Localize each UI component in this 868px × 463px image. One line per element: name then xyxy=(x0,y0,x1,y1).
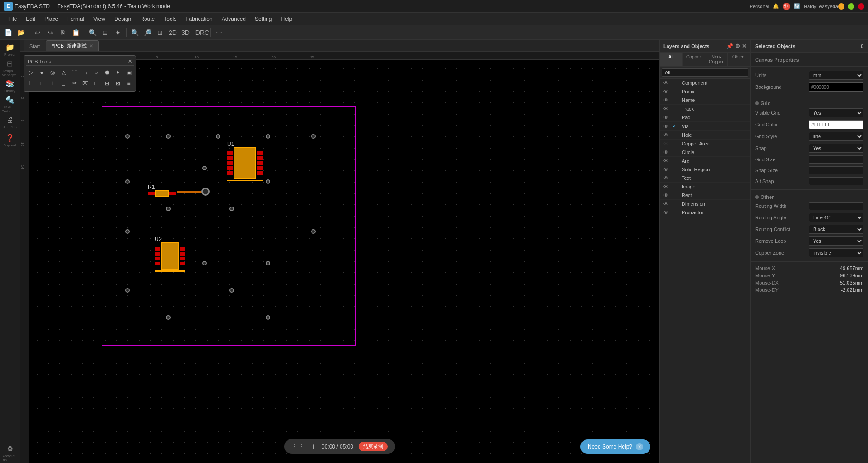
menu-advanced[interactable]: Advanced xyxy=(217,14,250,24)
pcbt-angle[interactable]: ∟ xyxy=(37,78,47,88)
sidebar-lcsc[interactable]: 🔩 LCSC Parts xyxy=(2,96,18,112)
pcbt-perp[interactable]: ⊥ xyxy=(48,78,58,88)
layer-hole[interactable]: 👁 Hole xyxy=(660,131,750,140)
layer-image[interactable]: 👁 Image xyxy=(660,183,750,191)
snap-size-input[interactable]: 0.127mm xyxy=(809,166,863,174)
menu-design[interactable]: Design xyxy=(110,14,136,24)
layer-eye-track[interactable]: 👁 xyxy=(663,106,670,111)
close-button[interactable] xyxy=(858,3,864,10)
layer-text[interactable]: 👁 Text xyxy=(660,174,750,183)
layers-close-icon[interactable]: ✕ xyxy=(742,43,746,49)
view-2d-button[interactable]: 2D xyxy=(167,27,178,38)
pcbt-square[interactable]: □ xyxy=(91,78,101,88)
menu-tools[interactable]: Tools xyxy=(159,14,181,24)
layer-component[interactable]: 👁 Component xyxy=(660,79,750,87)
timer-end-button[interactable]: 结束录制 xyxy=(359,442,388,451)
layer-via[interactable]: 👁 ✓ Via xyxy=(660,122,750,131)
help-close-button[interactable]: ✕ xyxy=(636,443,643,450)
layer-tab-noncopper[interactable]: Non-Copper xyxy=(705,53,728,66)
menu-fabrication[interactable]: Fabrication xyxy=(181,14,217,24)
redo-button[interactable]: ↪ xyxy=(45,27,56,38)
layer-name[interactable]: 👁 Name xyxy=(660,96,750,105)
routing-angle-select[interactable]: Line 45° Line 90° Free xyxy=(809,213,863,222)
layer-eye-pad[interactable]: 👁 xyxy=(663,115,670,120)
minimize-button[interactable] xyxy=(838,3,844,10)
pcbt-lines[interactable]: ≡ xyxy=(124,78,134,88)
grid-color-swatch[interactable]: #FFFFFF xyxy=(809,120,863,129)
timer-pause-btn[interactable]: ⏸ xyxy=(310,443,316,450)
pcb-tools-close[interactable]: ✕ xyxy=(128,58,132,64)
visible-grid-select[interactable]: Yes No xyxy=(809,108,863,117)
menu-view[interactable]: View xyxy=(89,14,110,24)
pcbt-triangle[interactable]: △ xyxy=(59,68,68,77)
layer-circle[interactable]: 👁 Circle xyxy=(660,148,750,157)
layers-settings-icon[interactable]: ⚙ xyxy=(735,43,740,49)
layer-eye-rect[interactable]: 👁 xyxy=(663,193,670,198)
filter-button[interactable]: ⊟ xyxy=(100,27,111,38)
routing-conflict-select[interactable]: Block Highlight None xyxy=(809,225,863,234)
search-button[interactable]: 🔍 xyxy=(87,27,98,38)
layer-prefix[interactable]: 👁 Prefix xyxy=(660,87,750,96)
copy-button[interactable]: ⎘ xyxy=(58,27,68,38)
layer-tab-all[interactable]: All xyxy=(660,53,683,66)
layer-eye-circle[interactable]: 👁 xyxy=(663,150,670,155)
pcbt-cut[interactable]: ✂ xyxy=(69,78,79,88)
maximize-button[interactable] xyxy=(848,3,854,10)
grid-style-select[interactable]: line dot xyxy=(809,132,863,141)
tab-start[interactable]: Start xyxy=(24,40,46,51)
help-widget[interactable]: Need Some Help? ✕ xyxy=(580,439,650,454)
menu-edit[interactable]: Edit xyxy=(21,14,40,24)
layer-eye-hole[interactable]: 👁 xyxy=(663,132,670,138)
menu-help[interactable]: Help xyxy=(276,14,297,24)
layer-protractor[interactable]: 👁 Protractor xyxy=(660,208,750,217)
pcbt-grid[interactable]: ▣ xyxy=(124,68,134,77)
pcbt-poly[interactable]: ⬟ xyxy=(102,68,112,77)
layer-tab-object[interactable]: Object xyxy=(728,53,750,66)
layers-pin-icon[interactable]: 📌 xyxy=(727,43,733,49)
layer-eye-protractor[interactable]: 👁 xyxy=(663,210,670,215)
sidebar-jlcpcb[interactable]: 🖨 JLCPCB xyxy=(2,114,18,130)
layer-eye-name[interactable]: 👁 xyxy=(663,97,670,103)
sidebar-library[interactable]: 📚 Library xyxy=(2,78,18,94)
layer-eye-prefix[interactable]: 👁 xyxy=(663,89,670,94)
pcbt-x-sq[interactable]: ⊠ xyxy=(113,78,123,88)
layer-eye-dimension[interactable]: 👁 xyxy=(663,201,670,207)
layer-eye-via[interactable]: 👁 xyxy=(663,124,670,129)
pcbt-star[interactable]: ✦ xyxy=(113,68,123,77)
tab-close-icon[interactable]: ✕ xyxy=(89,43,93,48)
pcbt-arc[interactable]: ◎ xyxy=(48,68,58,77)
background-color[interactable]: #000000 xyxy=(809,82,863,92)
paste-button[interactable]: 📋 xyxy=(70,27,81,38)
pcbt-rect[interactable]: ◻ xyxy=(59,78,68,88)
grid-size-input[interactable]: 2.540mm xyxy=(809,155,863,164)
layer-rect[interactable]: 👁 Rect xyxy=(660,191,750,200)
zoom-in-button[interactable]: 🔍 xyxy=(129,27,140,38)
layer-eye-copper-area[interactable]: 👁 xyxy=(663,141,670,146)
sidebar-support[interactable]: ❓ Support xyxy=(2,132,18,149)
layer-eye-arc[interactable]: 👁 xyxy=(663,158,670,164)
menu-route[interactable]: Route xyxy=(136,14,159,24)
pcbt-curve[interactable]: ⌒ xyxy=(69,68,79,77)
pcbt-circle[interactable]: ● xyxy=(37,68,47,77)
component-u1[interactable]: U1 xyxy=(227,141,263,181)
layer-solid-region[interactable]: 👁 Solid Region xyxy=(660,165,750,174)
copper-zone-select[interactable]: Invisible Outline Fill xyxy=(809,248,863,257)
share-button[interactable]: ⋯ xyxy=(214,27,224,38)
sidebar-project[interactable]: 📁 Project xyxy=(2,42,18,58)
component-u2[interactable]: U2 xyxy=(155,236,185,272)
routing-width-input[interactable]: 0.254mm xyxy=(809,202,863,210)
new-button[interactable]: 📄 xyxy=(3,27,14,38)
layer-pad[interactable]: 👁 Pad xyxy=(660,113,750,122)
open-button[interactable]: 📂 xyxy=(15,27,26,38)
layer-eye-text[interactable]: 👁 xyxy=(663,175,670,181)
username[interactable]: Haidy_easyeda xyxy=(804,4,838,9)
layers-search-input[interactable] xyxy=(662,68,748,77)
layer-track[interactable]: 👁 Track xyxy=(660,105,750,113)
zoom-out-button[interactable]: 🔎 xyxy=(142,27,153,38)
layer-tab-copper[interactable]: Copper xyxy=(683,53,705,66)
notification-icon[interactable]: 🔔 xyxy=(773,3,779,9)
menu-format[interactable]: Format xyxy=(63,14,89,24)
tab-pcb-new[interactable]: *PCB_新建测试 ✕ xyxy=(46,40,99,51)
menu-place[interactable]: Place xyxy=(40,14,63,24)
layer-arc[interactable]: 👁 Arc xyxy=(660,157,750,165)
